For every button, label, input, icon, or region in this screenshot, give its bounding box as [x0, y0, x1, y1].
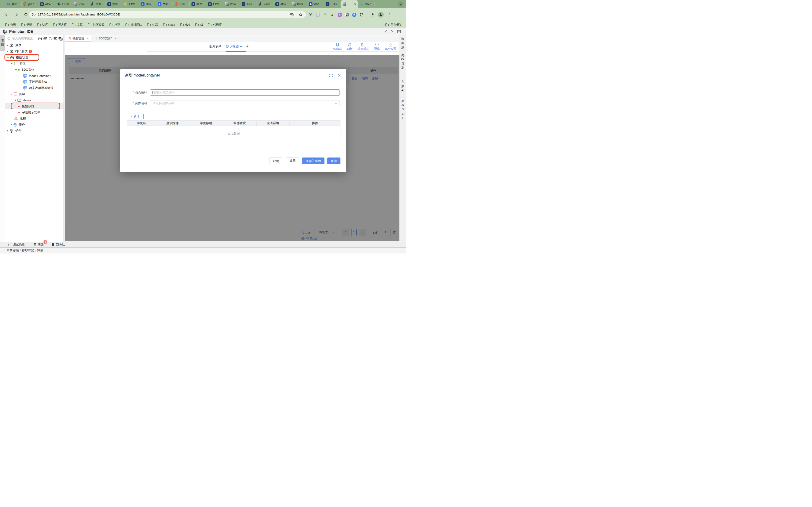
right-rail-tab-离线资源[interactable]: 离 线 资 源	[400, 51, 406, 74]
new-resource-icon[interactable]	[43, 37, 47, 41]
close-tab-icon[interactable]: ✕	[114, 37, 117, 40]
collapse-list-icon[interactable]	[53, 37, 57, 40]
history-back-icon[interactable]	[385, 30, 387, 33]
all-bookmarks[interactable]: 所有书签	[380, 23, 406, 27]
tree-item-页面[interactable]: 页面	[5, 91, 63, 97]
browser-tab[interactable]: ✕EOS	[324, 0, 341, 8]
bookmark-item[interactable]: 社区资源	[88, 23, 104, 27]
forward-icon[interactable]	[14, 13, 18, 17]
reload-icon[interactable]	[24, 13, 28, 17]
tree-item-打印测试[interactable]: 打印测试!	[5, 48, 63, 54]
expand-arrow-closed-icon[interactable]	[15, 99, 16, 101]
download-extension-icon[interactable]	[352, 13, 356, 17]
bookmark-item[interactable]: 框架	[21, 23, 32, 27]
browser-tab[interactable]: ✕EOS	[206, 0, 223, 8]
browser-tab[interactable]: EOS	[122, 0, 139, 8]
expand-arrow-closed-icon[interactable]	[7, 44, 8, 46]
x-extension-icon[interactable]: X	[338, 13, 342, 17]
entity-name-select[interactable]: 请选择实体名称	[150, 100, 340, 106]
history-forward-icon[interactable]	[391, 30, 393, 33]
dialog-button-保存[interactable]: 保存	[327, 158, 341, 164]
bookmark-item[interactable]: 视频网站	[125, 23, 142, 27]
tree-item-服务[interactable]: 服务	[5, 122, 63, 128]
browser-tab[interactable]: 127.0	[55, 0, 72, 8]
new-tab-button[interactable]: +	[376, 1, 382, 7]
url-bar[interactable]: 127.0.0.1:28079/ide/index.html?appName=E…	[29, 11, 306, 18]
ai-assistant-icon[interactable]: AI	[38, 37, 42, 41]
tree-item-字段展示实体[interactable]: 字段展示实体	[5, 79, 63, 85]
rail-tab-resources[interactable]: 资 源	[0, 35, 5, 51]
statusbar-item-调试信息[interactable]: 调试信息	[7, 243, 25, 247]
chrome-menu-kebab-icon[interactable]	[387, 13, 391, 17]
bookmark-item[interactable]: 三方库	[53, 23, 67, 27]
tree-item-销售[interactable]: 销售	[5, 128, 63, 134]
tree-item-SDO实体[interactable]: SDO实体	[5, 67, 63, 73]
view-tab-default[interactable]: 默认视图	[226, 44, 242, 49]
bookmark-item[interactable]: 公司	[5, 23, 16, 27]
expand-arrow-closed-icon[interactable]	[7, 130, 8, 132]
bookmark-item[interactable]: 求职	[109, 23, 120, 27]
tab-search-chevron-icon[interactable]	[398, 1, 404, 7]
right-rail-tab-数据源[interactable]: 数 据 源	[400, 35, 406, 51]
expand-arrow-open-icon[interactable]	[15, 69, 17, 70]
expand-arrow-open-icon[interactable]	[11, 94, 13, 95]
browser-tab[interactable]: 动态	[307, 0, 324, 8]
browser-tab[interactable]: ∞Naco	[358, 0, 375, 8]
right-rail-tab-命名Sql[interactable]: 命 名 S q l	[400, 97, 406, 124]
bookmark-item[interactable]: UI库	[37, 23, 48, 27]
toolbar-action-刷新[interactable]: 刷新	[347, 43, 352, 51]
browser-tab[interactable]: ODev	[139, 0, 156, 8]
bookmark-item[interactable]: 文章	[72, 23, 83, 27]
tree-item-动态表单模型测试[interactable]: 动态表单模型测试	[5, 85, 63, 91]
expand-arrow-open-icon[interactable]	[11, 63, 13, 64]
browser-tab[interactable]: Com	[173, 0, 190, 8]
vue-extension-icon[interactable]	[308, 13, 312, 17]
browser-tab[interactable]: ✕预览	[105, 0, 122, 8]
editor-tab-模型容器[interactable]: 模型容器✕	[65, 36, 91, 42]
browser-tab[interactable]: Prim	[223, 0, 240, 8]
browser-tab[interactable]: Prim	[72, 0, 89, 8]
browser-tab-active[interactable]: |✕	[341, 0, 358, 8]
j-extension-icon[interactable]: J	[331, 13, 334, 17]
toolbar-action-预览[interactable]: 预览	[374, 43, 380, 51]
back-icon[interactable]	[5, 13, 9, 17]
bookmark-item[interactable]: 生活	[147, 23, 158, 27]
close-tab-icon[interactable]: ✕	[87, 37, 89, 40]
dialog-button-保存并继续[interactable]: 保存并继续	[302, 158, 324, 164]
bookmark-star-icon[interactable]	[299, 12, 303, 16]
browser-tab[interactable]: ⧓普元	[5, 0, 21, 8]
browser-tab[interactable]: ✕AFC	[190, 0, 207, 8]
close-icon[interactable]: ✕	[338, 73, 341, 78]
add-field-button[interactable]: +新增	[126, 114, 144, 119]
site-info-icon[interactable]	[32, 13, 36, 16]
qr-extension-icon[interactable]	[345, 13, 349, 17]
dynamic-code-input[interactable]: 请输入动态编码	[150, 90, 340, 96]
toolbar-action-视图设置[interactable]: 视图设置	[385, 43, 396, 51]
close-tab-icon[interactable]: ✕	[354, 3, 356, 6]
extensions-puzzle-icon[interactable]	[360, 13, 364, 17]
expand-arrow-closed-icon[interactable]	[7, 50, 8, 52]
browser-tab[interactable]: pts /	[21, 0, 39, 8]
tree-item-实体[interactable]: 实体	[5, 61, 63, 67]
editor-tab-SDO实体[interactable]: SDO实体*✕	[91, 36, 119, 42]
toolbar-action-编码模式[interactable]: 编码模式	[358, 43, 369, 51]
profile-avatar[interactable]	[378, 12, 384, 17]
search-input[interactable]: 输入关键字搜索	[12, 37, 33, 41]
translate-icon[interactable]: G文	[290, 13, 294, 16]
add-view-button[interactable]: +	[246, 44, 249, 49]
browser-tab[interactable]: ◈文心	[156, 0, 173, 8]
bookmark-item[interactable]: ddd	[180, 23, 190, 26]
tree-item-modelContainer[interactable]: modelContainer	[5, 73, 63, 79]
expand-arrow-closed-icon[interactable]	[11, 124, 12, 125]
statusbar-item-回收站[interactable]: 回收站	[51, 243, 65, 247]
dialog-button-重置[interactable]: 重置	[286, 158, 299, 164]
browser-tab[interactable]: ✕Afce	[273, 0, 290, 8]
save-icon[interactable]	[397, 30, 401, 33]
bookmark-item[interactable]: r2	[195, 23, 203, 26]
translate-mode-icon[interactable]: En文	[58, 37, 62, 41]
tree-item-测试[interactable]: 测试	[5, 42, 63, 48]
fullscreen-icon[interactable]	[329, 74, 333, 77]
dialog-button-取消[interactable]: 取消	[269, 158, 283, 164]
browser-tab[interactable]: 预览	[89, 0, 106, 8]
dimmed-extension-icon[interactable]	[323, 13, 327, 17]
